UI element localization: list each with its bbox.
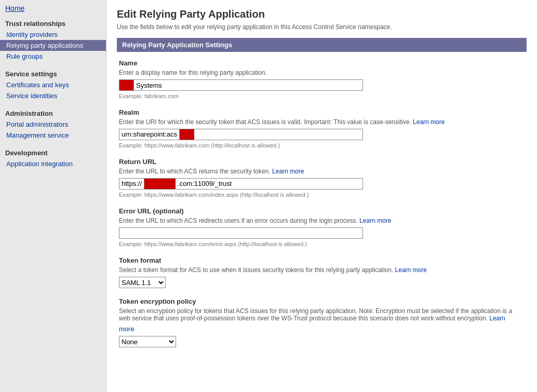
error-url-label: Error URL (optional) [119,207,525,215]
name-field-group: Name Enter a display name for this relyi… [117,59,527,99]
return-url-example: Example: https://www.fabrikam.com/index.… [119,192,525,198]
return-url-prefix: https:// [119,178,144,190]
token-format-desc: Select a token format for ACS to use whe… [119,266,525,274]
error-url-learn-more-link[interactable]: Learn more [359,217,391,224]
token-encryption-label: Token encryption policy [119,298,525,305]
realm-text-prefix: urn:sharepoint:acs [119,129,180,140]
sidebar-section-admin: Administration [0,105,106,119]
sidebar-item-service-identities[interactable]: Service identities [0,90,106,101]
return-url-label: Return URL [119,158,525,166]
sidebar-section-dev: Development [0,145,106,158]
name-example: Example: fabrikam.com [119,93,525,99]
sidebar-item-identity-providers[interactable]: Identity providers [0,29,106,40]
sidebar-section-service: Service settings [0,66,106,79]
realm-desc: Enter the URI for which the security tok… [119,118,525,126]
token-encryption-desc-text: Select an encryption policy for tokens t… [119,307,512,322]
token-format-desc-text: Select a token format for ACS to use whe… [119,266,395,274]
error-url-field-group: Error URL (optional) Enter the URL to wh… [117,207,527,247]
error-url-example: Example: https://www.fabrikam.com/error.… [119,241,525,247]
name-label: Name [119,59,525,67]
sidebar-item-certificates[interactable]: Certificates and keys [0,79,106,90]
return-url-field-group: Return URL Enter the URL to which ACS re… [117,158,527,198]
realm-input[interactable] [194,129,363,140]
sidebar: Home Trust relationships Identity provid… [0,0,106,392]
realm-red-part [180,129,194,140]
name-input-wrapper [119,79,363,91]
sidebar-item-portal-admins[interactable]: Portal administrators [0,119,106,130]
section-header: Relying Party Application Settings [117,38,527,52]
token-format-learn-more-link[interactable]: Learn more [395,266,427,274]
token-encryption-more-link[interactable]: more [119,325,525,333]
name-input[interactable] [133,79,363,91]
sidebar-item-rule-groups[interactable]: Rule groups [0,51,106,62]
error-url-desc-text: Enter the URL to which ACS redirects use… [119,217,359,224]
page-subtitle: Use the fields below to edit your relyin… [117,23,527,31]
realm-label: Realm [119,109,525,116]
return-url-learn-more-link[interactable]: Learn more [272,168,304,175]
token-format-select[interactable]: SAML 1.1 SAML 2.0 SWT [119,277,166,288]
token-format-label: Token format [119,256,525,264]
return-url-desc-text: Enter the URL to which ACS returns the s… [119,168,272,175]
realm-input-wrapper: urn:sharepoint:acs [119,129,363,140]
token-encryption-select[interactable]: None Supported Required [119,336,176,347]
realm-learn-more-link[interactable]: Learn more [413,118,445,126]
realm-field-group: Realm Enter the URI for which the securi… [117,109,527,148]
sidebar-section-trust: Trust relationships [0,16,106,29]
return-url-input-wrapper: https:// .com:11009/_trust [119,178,363,190]
sidebar-item-relying-party[interactable]: Relying party applications [0,40,106,51]
return-url-desc: Enter the URL to which ACS returns the s… [119,168,525,175]
name-desc: Enter a display name for this relying pa… [119,69,525,76]
return-url-red-part [144,178,176,190]
sidebar-home-link[interactable]: Home [0,0,106,16]
token-encryption-field-group: Token encryption policy Select an encryp… [117,298,527,347]
token-encryption-desc: Select an encryption policy for tokens t… [119,307,525,322]
token-encryption-learn-more-link[interactable]: Learn [489,315,505,322]
realm-desc-text: Enter the URI for which the security tok… [119,118,413,126]
error-url-desc: Enter the URL to which ACS redirects use… [119,217,525,224]
return-url-suffix: .com:11009/_trust [176,178,363,190]
error-url-input[interactable] [119,227,363,239]
main-content: Edit Relying Party Application Use the f… [106,0,537,392]
realm-example: Example: https://www.fabrikam.com (http:… [119,142,525,148]
sidebar-item-management-service[interactable]: Management service [0,130,106,141]
sidebar-item-app-integration[interactable]: Application integration [0,158,106,169]
name-red-prefix [119,79,133,91]
page-title: Edit Relying Party Application [117,8,527,20]
token-format-field-group: Token format Select a token format for A… [117,256,527,288]
